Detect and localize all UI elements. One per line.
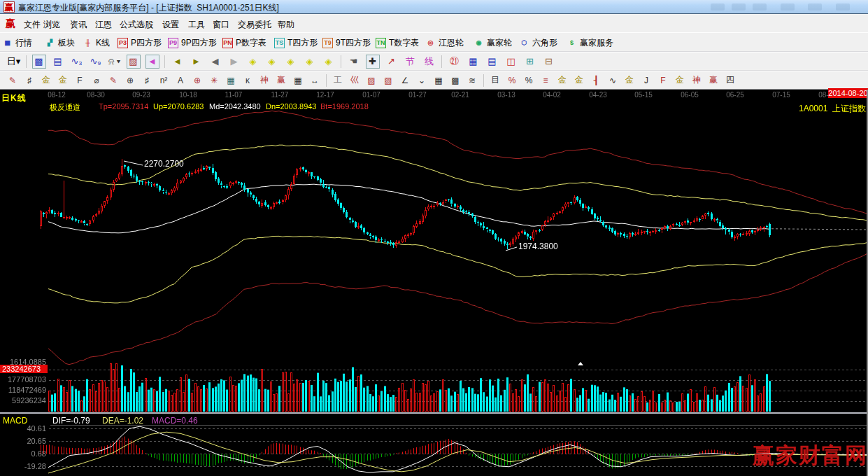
tool-icon-13[interactable]: ▦ xyxy=(225,74,238,87)
toolbar-button-9t-square[interactable]: T99T四方形 xyxy=(322,36,371,49)
tool-icon-12[interactable]: ◀ xyxy=(208,55,222,69)
tool-icon-15[interactable]: ◈ xyxy=(265,55,279,69)
tool-icon-28[interactable]: ≋ xyxy=(466,74,479,87)
tool-icon-24[interactable]: ∠ xyxy=(399,74,412,87)
toolbar-button-winner-wheel[interactable]: ◉赢家轮 xyxy=(474,36,512,49)
toolbar-button-hexagon[interactable]: ⬡六角形 xyxy=(519,36,557,49)
tool-icon-3[interactable]: ▤ xyxy=(51,55,65,69)
tool-icon-6[interactable]: ⍾ ▾ xyxy=(108,55,122,69)
tool-icon-36[interactable]: ┨ xyxy=(590,74,603,87)
tool-icon-21[interactable]: 巛 xyxy=(348,74,362,87)
tool-icon-28[interactable]: ▤ xyxy=(485,55,499,69)
tool-icon-23[interactable]: 节 xyxy=(404,55,418,69)
tool-icon-10[interactable]: ◄ xyxy=(171,55,185,69)
close-button[interactable] xyxy=(753,4,767,10)
restore-child-button[interactable] xyxy=(808,4,822,10)
tool-icon-43[interactable]: 赢 xyxy=(707,74,720,87)
tool-icon-2[interactable]: ▩ xyxy=(32,55,46,69)
tool-icon-11[interactable]: ⊕ xyxy=(191,74,204,87)
toolbar-button-9p-square[interactable]: P99P四方形 xyxy=(168,36,217,49)
toolbar-button-t-number-table[interactable]: TNT数字表 xyxy=(376,36,419,49)
tool-icon-24[interactable]: 线 xyxy=(422,55,436,69)
tool-icon-38[interactable]: 金 xyxy=(623,74,636,87)
tool-icon-26[interactable]: ㉑ xyxy=(448,55,462,69)
tool-icon-1[interactable]: ♯ xyxy=(23,74,36,87)
tool-icon-15[interactable]: 神 xyxy=(258,74,271,87)
menu-文件[interactable]: 文件 xyxy=(24,19,41,31)
tool-icon-18[interactable]: ◈ xyxy=(322,55,336,69)
tool-icon-0[interactable]: 日▾ xyxy=(7,55,21,69)
toolbar-button-sectors[interactable]: ▞板块 xyxy=(45,36,75,49)
minimize-button[interactable] xyxy=(711,4,725,10)
tool-icon-27[interactable]: ▦ xyxy=(467,55,481,69)
toolbar-button-p-square[interactable]: P3P四方形 xyxy=(118,36,162,49)
tool-icon-30[interactable]: 目 xyxy=(489,74,502,87)
tool-icon-8[interactable]: ◄ xyxy=(145,55,159,69)
tool-icon-34[interactable]: 金 xyxy=(556,74,569,87)
toolbar-button-quotes[interactable]: ▦行情 xyxy=(2,36,32,49)
tool-icon-39[interactable]: J xyxy=(640,74,653,87)
tool-icon-32[interactable]: % xyxy=(522,74,536,87)
tool-icon-4[interactable]: F xyxy=(73,74,87,87)
menu-帮助[interactable]: 帮助 xyxy=(278,19,294,31)
tool-icon-0[interactable]: ✎ xyxy=(6,74,20,87)
tool-icon-7[interactable]: ⊕ xyxy=(124,74,137,87)
toolbar-button-p-number-table[interactable]: PNP数字表 xyxy=(222,36,266,49)
minimize-child-button[interactable] xyxy=(781,4,795,10)
indicator-name[interactable]: 极反通道 xyxy=(50,102,80,113)
tool-icon-42[interactable]: 神 xyxy=(690,74,704,87)
tool-icon-22[interactable]: ↗ xyxy=(385,55,399,69)
toolbar-button-winner-service[interactable]: $赢家服务 xyxy=(567,36,613,49)
tool-icon-22[interactable]: ▨ xyxy=(365,74,378,87)
tool-icon-23[interactable]: ▧ xyxy=(382,74,395,87)
toolbar-button-kline[interactable]: ╫K线 xyxy=(83,36,110,49)
tool-icon-17[interactable]: ◈ xyxy=(303,55,317,69)
tool-icon-40[interactable]: F xyxy=(657,74,670,87)
tool-icon-21[interactable]: ✚ xyxy=(366,55,380,69)
tool-icon-3[interactable]: 金 xyxy=(57,74,70,87)
tool-icon-5[interactable]: ∿₉ xyxy=(89,55,103,69)
tool-icon-33[interactable]: ≡ xyxy=(539,74,553,87)
tool-icon-18[interactable]: ↔ xyxy=(308,74,322,87)
tool-icon-30[interactable]: ⊞ xyxy=(523,55,537,69)
toolbar-button-t-square[interactable]: TST四方形 xyxy=(274,36,318,49)
menu-窗口[interactable]: 窗口 xyxy=(213,19,229,31)
tool-icon-13[interactable]: ▶ xyxy=(227,55,241,69)
tool-icon-29[interactable]: ◫ xyxy=(504,55,518,69)
tool-icon-11[interactable]: ► xyxy=(190,55,204,69)
tool-icon-37[interactable]: ∿ xyxy=(606,74,620,87)
tool-icon-9[interactable]: n² xyxy=(157,74,171,87)
tool-icon-41[interactable]: 金 xyxy=(674,74,687,87)
tool-icon-31[interactable]: ⊟ xyxy=(542,55,556,69)
tool-icon-27[interactable]: ▩ xyxy=(449,74,462,87)
tool-icon-14[interactable]: ĸ xyxy=(241,74,255,87)
toolbar-button-gann-wheel[interactable]: ◎江恩轮 xyxy=(425,36,464,49)
menu-工具[interactable]: 工具 xyxy=(188,19,205,31)
menu-设置[interactable]: 设置 xyxy=(162,19,179,31)
tool-icon-7[interactable]: ▨ xyxy=(127,55,141,69)
menu-江恩[interactable]: 江恩 xyxy=(95,19,112,31)
tool-icon-12[interactable]: ✳ xyxy=(208,74,221,87)
menu-资讯[interactable]: 资讯 xyxy=(70,19,87,31)
tool-icon-20[interactable]: ☚ xyxy=(347,55,361,69)
tool-icon-20[interactable]: 工 xyxy=(332,74,345,87)
menu-公式选股[interactable]: 公式选股 xyxy=(120,19,153,31)
tool-icon-16[interactable]: ◈ xyxy=(284,55,298,69)
tool-icon-31[interactable]: % xyxy=(506,74,519,87)
tool-icon-44[interactable]: 四 xyxy=(724,74,737,87)
tool-icon-5[interactable]: ⌀ xyxy=(90,74,104,87)
tool-icon-8[interactable]: ♯ xyxy=(141,74,154,87)
tool-icon-14[interactable]: ◈ xyxy=(246,55,260,69)
tool-icon-16[interactable]: 赢 xyxy=(275,74,288,87)
menu-交易委托[interactable]: 交易委托 xyxy=(238,19,271,31)
tool-icon-25[interactable]: ⌄ xyxy=(415,74,429,87)
restore-button[interactable] xyxy=(732,4,746,10)
tool-icon-35[interactable]: 金 xyxy=(573,74,586,87)
tool-icon-4[interactable]: ∿₃ xyxy=(70,55,84,69)
close-child-button[interactable] xyxy=(836,4,850,10)
tool-icon-26[interactable]: ▦ xyxy=(432,74,446,87)
tool-icon-17[interactable]: ▦ xyxy=(292,74,305,87)
tool-icon-6[interactable]: ✎ xyxy=(107,74,120,87)
tool-icon-10[interactable]: A xyxy=(174,74,187,87)
menu-浏览[interactable]: 浏览 xyxy=(43,19,60,31)
